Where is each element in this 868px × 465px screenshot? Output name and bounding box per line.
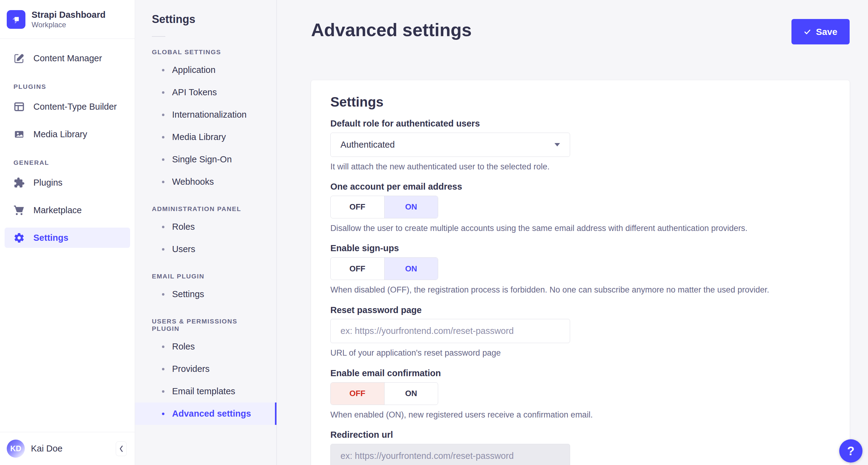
bullet-icon	[162, 346, 164, 348]
snav-item-label: Application	[172, 65, 216, 75]
bullet-icon	[162, 413, 164, 415]
sidebar-section-general: GENERAL	[5, 159, 130, 166]
snav-item-providers[interactable]: Providers	[135, 358, 277, 380]
snav-section-email-plugin: EMAIL PLUGIN	[135, 273, 277, 280]
sidebar-item-content-manager[interactable]: Content Manager	[5, 48, 130, 68]
brand-text: Strapi Dashboard Workplace	[32, 9, 105, 29]
chevron-left-icon	[119, 445, 123, 452]
bullet-icon	[162, 226, 164, 228]
toggle-on-option[interactable]: ON	[384, 196, 438, 218]
reset-password-page-input[interactable]	[330, 319, 570, 343]
snav-item-application[interactable]: Application	[135, 59, 277, 81]
field-default-role: Default role for authenticated users Aut…	[330, 118, 830, 172]
bullet-icon	[162, 114, 164, 116]
snav-section-administration-panel: ADMINISTRATION PANEL	[135, 205, 277, 212]
snav-item-api-tokens[interactable]: API Tokens	[135, 81, 277, 104]
bullet-icon	[162, 136, 164, 139]
image-icon	[13, 129, 25, 140]
sidebar-nav: Content Manager PLUGINS Content-Type Bui…	[0, 39, 135, 432]
cart-icon	[13, 205, 25, 216]
sidebar-item-label: Media Library	[33, 129, 87, 139]
snav-item-label: Roles	[172, 342, 195, 352]
pen-icon	[13, 53, 25, 64]
toggle-off-option[interactable]: OFF	[331, 383, 384, 405]
field-hint: When enabled (ON), new registered users …	[330, 410, 830, 420]
email-confirmation-toggle[interactable]: OFF ON	[330, 382, 438, 405]
page-title: Advanced settings	[311, 19, 472, 42]
save-button-label: Save	[816, 27, 837, 37]
layout-icon	[13, 101, 25, 112]
field-redirection-url: Redirection url	[330, 430, 830, 465]
toggle-on-option[interactable]: ON	[384, 383, 438, 405]
bullet-icon	[162, 390, 164, 393]
bullet-icon	[162, 69, 164, 71]
page-header: Advanced settings Save	[311, 0, 849, 45]
main-content: Advanced settings Save Settings Default …	[277, 0, 868, 465]
sidebar-item-label: Content-Type Builder	[33, 102, 117, 112]
help-button[interactable]: ?	[839, 439, 863, 463]
sidebar-item-marketplace[interactable]: Marketplace	[5, 200, 130, 220]
field-enable-email-confirmation: Enable email confirmation OFF ON When en…	[330, 368, 830, 420]
card-title: Settings	[330, 94, 830, 110]
settings-nav: Settings GLOBAL SETTINGS Application API…	[135, 0, 277, 465]
sidebar-item-media-library[interactable]: Media Library	[5, 124, 130, 144]
bullet-icon	[162, 181, 164, 183]
sidebar-item-settings[interactable]: Settings	[5, 228, 130, 248]
snav-item-label: Email templates	[172, 386, 235, 397]
default-role-select[interactable]: Authenticated	[330, 133, 570, 157]
divider	[152, 36, 165, 37]
snav-item-webhooks[interactable]: Webhooks	[135, 171, 277, 193]
brand: Strapi Dashboard Workplace	[0, 0, 135, 39]
strapi-logo-icon	[7, 10, 25, 29]
snav-item-admin-roles[interactable]: Roles	[135, 216, 277, 238]
field-label: Enable email confirmation	[330, 368, 830, 379]
field-label: Default role for authenticated users	[330, 118, 830, 129]
sidebar-item-plugins[interactable]: Plugins	[5, 172, 130, 193]
settings-card: Settings Default role for authenticated …	[311, 80, 849, 465]
snav-item-up-roles[interactable]: Roles	[135, 336, 277, 358]
field-label: One account per email address	[330, 181, 830, 192]
field-label: Redirection url	[330, 430, 830, 440]
enable-sign-ups-toggle[interactable]: OFF ON	[330, 257, 438, 280]
collapse-sidebar-button[interactable]	[116, 441, 127, 456]
one-account-toggle[interactable]: OFF ON	[330, 196, 438, 219]
snav-item-email-settings[interactable]: Settings	[135, 283, 277, 306]
field-one-account-per-email: One account per email address OFF ON Dis…	[330, 181, 830, 233]
user-name: Kai Doe	[31, 443, 110, 454]
snav-item-admin-users[interactable]: Users	[135, 238, 277, 260]
snav-item-label: Settings	[172, 289, 204, 299]
snav-item-media-library[interactable]: Media Library	[135, 126, 277, 148]
snav-item-internationalization[interactable]: Internationalization	[135, 104, 277, 126]
select-value: Authenticated	[340, 140, 395, 150]
snav-item-label: Providers	[172, 364, 210, 374]
snav-item-label: Media Library	[172, 132, 226, 142]
snav-item-label: Users	[172, 244, 195, 254]
toggle-on-option[interactable]: ON	[384, 258, 438, 280]
snav-item-label: Advanced settings	[172, 409, 251, 419]
toggle-off-option[interactable]: OFF	[331, 196, 384, 218]
snav-item-advanced-settings[interactable]: Advanced settings	[135, 403, 277, 425]
toggle-off-option[interactable]: OFF	[331, 258, 384, 280]
snav-item-single-sign-on[interactable]: Single Sign-On	[135, 148, 277, 171]
field-reset-password-page: Reset password page URL of your applicat…	[330, 305, 830, 358]
bullet-icon	[162, 158, 164, 161]
field-hint: Disallow the user to create multiple acc…	[330, 223, 830, 233]
save-button[interactable]: Save	[792, 19, 849, 45]
snav-section-global-settings: GLOBAL SETTINGS	[135, 49, 277, 56]
field-hint: It will attach the new authenticated use…	[330, 162, 830, 172]
field-hint: URL of your application's reset password…	[330, 348, 830, 358]
user-row: KD Kai Doe	[0, 432, 135, 465]
sidebar-section-plugins: PLUGINS	[5, 83, 130, 90]
snav-item-label: Single Sign-On	[172, 154, 232, 165]
snav-item-label: Roles	[172, 222, 195, 232]
redirection-url-input	[330, 444, 570, 465]
sidebar-item-content-type-builder[interactable]: Content-Type Builder	[5, 96, 130, 117]
puzzle-icon	[13, 177, 25, 188]
sidebar-item-label: Content Manager	[33, 53, 102, 63]
sidebar-item-label: Settings	[33, 233, 68, 243]
settings-nav-title: Settings	[135, 13, 277, 26]
sidebar-item-label: Plugins	[33, 178, 62, 188]
bullet-icon	[162, 293, 164, 296]
snav-item-label: API Tokens	[172, 87, 217, 97]
snav-item-email-templates[interactable]: Email templates	[135, 380, 277, 403]
